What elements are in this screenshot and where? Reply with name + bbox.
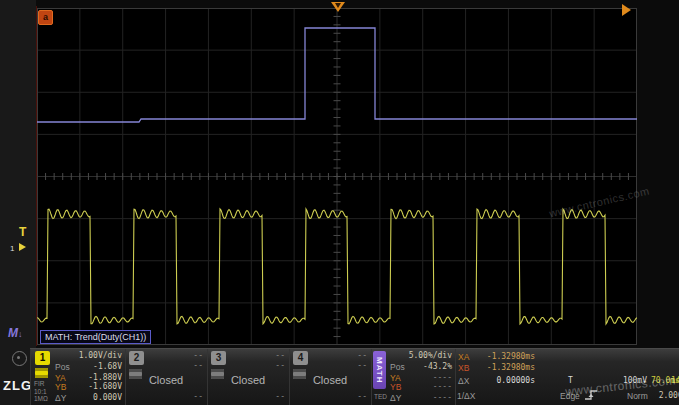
trigger-type: Edge <box>560 391 580 401</box>
ch1-impedance: 1MΩ <box>34 395 48 402</box>
ch3-dash-bottom: -- <box>265 392 285 401</box>
ch1-coupling-icon <box>35 368 48 378</box>
ch1-vdiv: 1.00V/div <box>60 351 122 360</box>
ch3-state: Closed <box>207 374 289 386</box>
trigger-level-value: 100mV <box>605 376 647 385</box>
ch1-probe: 10:1 <box>34 388 47 395</box>
ch1-filter: FIR <box>34 380 44 387</box>
channel2-badge: 2 <box>129 351 144 365</box>
ch4-dash-mid: -- <box>347 361 367 370</box>
channel3-panel[interactable]: 3 -- -- Closed -- <box>207 349 290 405</box>
trigger-t-label: T <box>568 376 573 385</box>
channel1-badge: 1 <box>35 351 50 365</box>
math-dy-value: ---- <box>408 393 452 402</box>
channel2-panel[interactable]: 2 -- -- Closed -- <box>125 349 208 405</box>
ch2-dash-bottom: -- <box>183 392 203 401</box>
channel3-badge: 3 <box>211 351 226 365</box>
cursor-dx-value: 0.00000s <box>471 376 535 385</box>
channel1-panel[interactable]: 1 1.00V/div Pos -1.68V YA -1.880V FIR YB… <box>30 349 126 405</box>
math-pos-value: -43.2% <box>408 362 452 371</box>
ch1-dy-label: ΔY <box>55 393 66 403</box>
graticule-area <box>37 8 637 345</box>
math-position-marker[interactable]: M↓ <box>8 323 23 341</box>
oscilloscope-screen: T 1 M↓ ZLG® a MATH: Trend(Duty(CH1)) www… <box>0 0 679 405</box>
channel4-badge: 4 <box>293 351 308 365</box>
cursor-ab-marker[interactable]: a <box>38 10 53 25</box>
math-yb-label: YB <box>390 382 401 392</box>
math-vdiv: 5.00%/div <box>394 351 452 360</box>
ch3-dash-mid: -- <box>265 361 285 370</box>
sidebar-dial-icon[interactable] <box>12 351 27 366</box>
ch4-state: Closed <box>289 374 371 386</box>
trigger-reject: Norm <box>627 391 648 401</box>
offscreen-right-arrow-icon[interactable] <box>622 4 631 16</box>
cursor-xa-value: -1.32980ms <box>471 352 535 361</box>
trigger-level-marker[interactable]: 1 <box>10 237 26 255</box>
acq-points: 140Mpts <box>671 376 679 385</box>
waveform-svg <box>37 8 637 345</box>
math-dy-label: ΔY <box>390 393 401 403</box>
math-ya-value: ---- <box>408 373 452 382</box>
ch4-dash-top: -- <box>347 351 367 360</box>
math-function-label: MATH: Trend(Duty(CH1)) <box>40 330 151 344</box>
ch2-dash-top: -- <box>183 351 203 360</box>
ch2-state: Closed <box>125 374 207 386</box>
math-yb-value: ---- <box>408 382 452 391</box>
left-sidebar <box>0 0 36 405</box>
ch1-yb-value: -1.680V <box>70 382 122 391</box>
ch1-dy-value: 0.000V <box>70 393 122 402</box>
math-mode: TED <box>374 393 387 400</box>
cursor-xb-value: -1.32980ms <box>471 363 535 372</box>
cursor-dx-label: ΔX <box>458 376 469 386</box>
cursor-timebase-panel: XA -1.32980ms XB -1.32980ms ΔX 0.00000s … <box>455 349 679 405</box>
cursor-xb-label: XB <box>458 363 469 373</box>
ch1-yb-label: YB <box>55 382 66 392</box>
acq-sample-rate: 2.00GSa/s <box>651 391 679 400</box>
cursor-inv-label: 1/ΔX <box>457 391 475 401</box>
ch1-ya-value: -1.880V <box>70 373 122 382</box>
rising-edge-icon <box>585 390 598 400</box>
arrow-down-icon: ↓ <box>18 329 23 339</box>
ch3-dash-top: -- <box>265 351 285 360</box>
ch2-dash-mid: -- <box>183 361 203 370</box>
cursor-xa-label: XA <box>458 352 469 362</box>
trigger-level-arrow-icon <box>19 243 26 251</box>
math-tab[interactable]: MATH <box>373 351 386 389</box>
math-panel[interactable]: MATH 5.00%/div Pos -43.2% YA ---- YB ---… <box>371 349 456 405</box>
ch4-dash-bottom: -- <box>347 392 367 401</box>
trigger-position-marker-inner <box>335 3 341 8</box>
ch1-pos-value: -1.68V <box>70 362 122 371</box>
channel4-panel[interactable]: 4 -- -- Closed -- <box>289 349 372 405</box>
status-bar: 1 1.00V/div Pos -1.68V YA -1.880V FIR YB… <box>30 348 679 405</box>
math-pos-label: Pos <box>390 362 405 372</box>
ch1-pos-label: Pos <box>55 362 70 372</box>
